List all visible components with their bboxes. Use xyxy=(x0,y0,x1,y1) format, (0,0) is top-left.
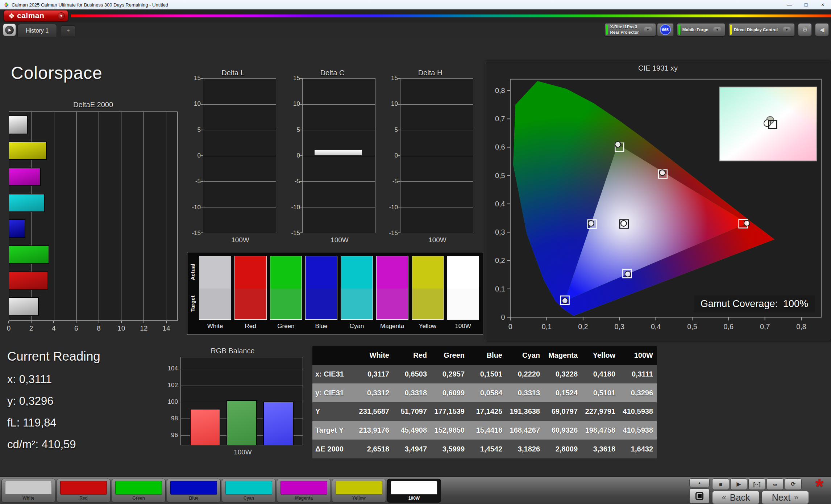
maximize-icon[interactable]: □ xyxy=(798,0,814,9)
next-button[interactable]: Next » xyxy=(761,491,809,504)
row-label: y: CIE31 xyxy=(312,383,355,402)
svg-text:0,7: 0,7 xyxy=(495,115,505,123)
play-icon: ▶ xyxy=(737,481,741,487)
deltae-x-axis: 02468101214 xyxy=(9,322,178,334)
pattern-tile-blue[interactable]: Blue xyxy=(167,479,221,503)
table-cell: 2,8009 xyxy=(544,440,581,458)
stop-icon: ■ xyxy=(719,481,722,487)
pattern-tile-white[interactable]: White xyxy=(1,479,55,503)
display-select-button[interactable]: Direct Display Control ▼ xyxy=(728,23,795,36)
close-icon[interactable]: × xyxy=(814,0,831,9)
table-cell: 213,9176 xyxy=(355,421,393,440)
chevron-down-icon: ▼ xyxy=(783,27,791,33)
table-cell: 17,1425 xyxy=(468,402,506,421)
meter-profile-button[interactable]: 665 xyxy=(657,23,674,36)
svg-text:0,6: 0,6 xyxy=(724,323,734,331)
app-window: Calman 2025 Calman Ultimate for Business… xyxy=(0,0,831,504)
swatch-column-yellow: Yellow xyxy=(412,256,444,334)
svg-text:0,8: 0,8 xyxy=(495,87,505,94)
row-label: x: CIE31 xyxy=(312,365,355,384)
main-content: Colorspace DeltaE 2000 02468101214 Delta… xyxy=(0,37,831,476)
window-target-icon xyxy=(695,492,703,500)
row-label: ΔE 2000 xyxy=(312,440,355,458)
table-cell: 3,4947 xyxy=(393,440,431,458)
table-cell: 3,5999 xyxy=(431,440,468,458)
add-tab-button[interactable]: + xyxy=(61,25,75,36)
swatch-column-blue: Blue xyxy=(305,256,337,334)
pattern-tile-cyan[interactable]: Cyan xyxy=(222,479,276,503)
table-cell: 0,3111 xyxy=(619,365,657,384)
refresh-button[interactable]: ⟳ xyxy=(785,478,802,490)
rainbow-gradient-strip xyxy=(71,14,831,17)
table-cell: 0,6099 xyxy=(431,383,468,402)
settings-button[interactable]: ⚙ xyxy=(798,23,812,36)
tab-history-1[interactable]: History 1 xyxy=(17,24,57,37)
play-button[interactable]: ▶ xyxy=(730,478,747,490)
column-header: Cyan xyxy=(506,346,544,365)
minimize-icon[interactable]: — xyxy=(781,0,798,9)
svg-text:0,4: 0,4 xyxy=(651,323,661,331)
tab-bar: ▶ History 1 + X-Rite i1Pro 3Rear Project… xyxy=(0,22,831,37)
pattern-tile-magenta[interactable]: Magenta xyxy=(277,479,331,503)
deltae-bar-red xyxy=(9,272,48,290)
svg-text:0,4: 0,4 xyxy=(495,200,505,208)
delta-l-plot-area xyxy=(203,78,276,233)
table-cell: 198,4758 xyxy=(581,421,619,440)
swatch-column-white: White xyxy=(199,256,231,334)
reading-indicator-icon: * xyxy=(811,478,827,494)
table-cell: 3,1826 xyxy=(506,440,544,458)
pattern-window-button[interactable] xyxy=(689,488,710,504)
table-cell: 0,3228 xyxy=(544,365,581,384)
expand-up-button[interactable]: ▲ xyxy=(689,478,710,487)
meter-select-button[interactable]: X-Rite i1Pro 3Rear Projector ▼ xyxy=(604,23,656,36)
svg-text:0,1: 0,1 xyxy=(495,285,505,293)
swatch-column-magenta: Magenta xyxy=(376,256,408,334)
range-read-button[interactable]: [··] xyxy=(748,478,765,490)
rgb-plot-area xyxy=(180,357,303,445)
pattern-tile-100w[interactable]: 100W xyxy=(387,479,441,503)
pattern-bar: WhiteRedGreenBlueCyanMagentaYellow100W ▲… xyxy=(0,476,831,504)
current-reading-title: Current Reading xyxy=(7,349,163,364)
chevron-down-icon: ▼ xyxy=(644,27,652,33)
source-select-button[interactable]: Mobile Forge ▼ xyxy=(677,23,726,36)
meter-status-stripe xyxy=(606,25,608,35)
chevron-left-icon: ◀ xyxy=(819,26,824,34)
actual-row-label: Actual xyxy=(190,256,199,288)
svg-text:0,8: 0,8 xyxy=(796,323,806,331)
continuous-read-button[interactable]: ∞ xyxy=(766,478,784,490)
svg-text:0,7: 0,7 xyxy=(760,323,770,331)
swatch-column-green: Green xyxy=(270,256,302,334)
column-header: White xyxy=(355,346,393,365)
table-cell: 0,3318 xyxy=(393,383,431,402)
calman-menu-button[interactable]: ❖ calman ▼ xyxy=(4,10,68,21)
table-cell: 0,3117 xyxy=(355,365,393,384)
header-bar: ❖ calman ▼ xyxy=(0,9,831,22)
column-header: Magenta xyxy=(544,346,581,365)
collapse-panel-button[interactable]: ◀ xyxy=(815,23,829,36)
delta-c-chart: Delta C 151050-5-10-15 100W xyxy=(288,69,377,253)
current-reading-panel: Current Reading x: 0,3111 y: 0,3296 fL: … xyxy=(7,349,163,460)
app-logo-icon xyxy=(3,2,9,8)
table-cell: 3,3618 xyxy=(581,440,619,458)
svg-text:0,6: 0,6 xyxy=(495,143,505,151)
deltae-bar-white xyxy=(9,297,39,316)
cie-1931-chart: CIE 1931 xy 00,10,20,30,40,50,60,70,800,… xyxy=(486,61,830,341)
session-controls: ▲ ■ ▶ [··] ∞ ⟳ « Back xyxy=(689,478,827,504)
pattern-tile-green[interactable]: Green xyxy=(112,479,166,503)
pattern-tile-yellow[interactable]: Yellow xyxy=(332,479,386,503)
display-status-stripe xyxy=(730,25,732,35)
table-cell: 0,2957 xyxy=(431,365,468,384)
back-button[interactable]: « Back xyxy=(712,491,760,504)
chevron-up-icon: ▲ xyxy=(698,481,701,485)
tab-scroll-button[interactable]: ▶ xyxy=(3,24,16,36)
delta-h-chart: Delta H 151050-5-10-15 100W xyxy=(386,69,475,253)
table-cell: 0,5101 xyxy=(581,383,619,402)
chart-title: CIE 1931 xy xyxy=(486,64,830,74)
table-cell: 410,5938 xyxy=(619,402,657,421)
stop-button[interactable]: ■ xyxy=(712,478,729,490)
svg-text:0,5: 0,5 xyxy=(687,323,697,331)
pattern-tile-red[interactable]: Red xyxy=(57,479,111,503)
swatch-column-red: Red xyxy=(234,256,267,334)
delta-l-chart: Delta L 151050-5-10-15 100W xyxy=(188,69,278,253)
svg-text:0: 0 xyxy=(501,313,505,321)
